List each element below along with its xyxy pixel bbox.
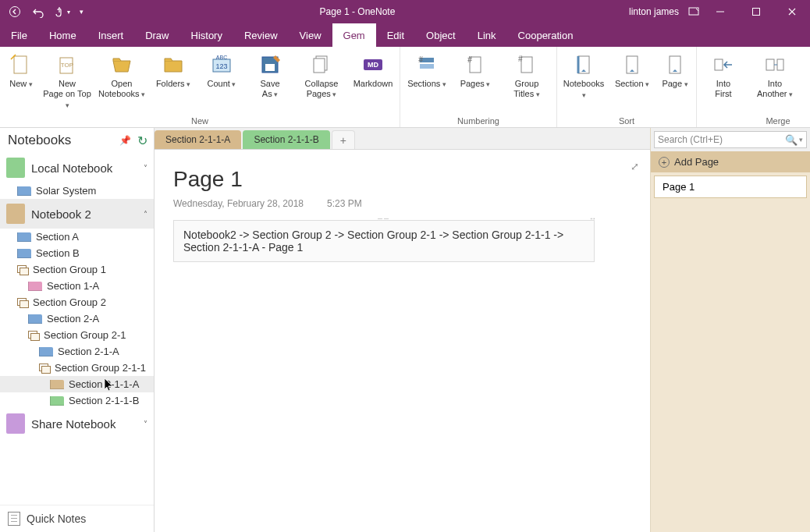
qat-customize-button[interactable]: ▾	[76, 3, 86, 20]
full-page-view-icon[interactable]: ⤢	[631, 161, 639, 172]
menu-history[interactable]: History	[180, 23, 233, 47]
search-input[interactable]: Search (Ctrl+E) 🔍 ▾	[654, 131, 807, 148]
menu-insert[interactable]: Insert	[87, 23, 135, 47]
add-page-label: Add Page	[674, 156, 719, 168]
section-section-2-1-1-a[interactable]: Section 2-1-1-A	[0, 376, 154, 392]
page-column: Section 2-1-1-ASection 2-1-1-B+ ⤢ Page 1…	[155, 128, 650, 532]
page-list-item[interactable]: Page 1	[654, 176, 807, 198]
page-icon	[663, 52, 687, 77]
note-container[interactable]: ┄┄ ↔ Notebook2 -> Section Group 2 -> Sec…	[173, 220, 595, 262]
search-dropdown-icon[interactable]: ▾	[799, 136, 803, 144]
new-icon	[9, 52, 34, 77]
ribbon-pages-button[interactable]: #Pages	[452, 49, 499, 99]
section-group-section-group-1[interactable]: Section Group 1	[0, 261, 154, 278]
section-section-2-1-1-b[interactable]: Section 2-1-1-B	[0, 392, 154, 409]
section-group-section-group-2-1-1[interactable]: Section Group 2-1-1	[0, 360, 154, 376]
ribbon-folders-button[interactable]: Folders	[150, 49, 197, 99]
touch-mode-button[interactable]: ▾	[53, 3, 70, 20]
close-button[interactable]	[774, 0, 810, 23]
back-button[interactable]	[6, 3, 23, 20]
menu-file[interactable]: File	[0, 23, 38, 47]
menu-link[interactable]: Link	[467, 23, 507, 47]
ribbon-section-button[interactable]: Section	[609, 49, 655, 99]
section-section-b[interactable]: Section B	[0, 245, 154, 261]
notebook-share-notebook[interactable]: Share Notebook˅	[0, 409, 154, 438]
user-name[interactable]: linton james	[629, 6, 685, 17]
ribbon-save-as-button[interactable]: SaveAs	[247, 49, 293, 100]
ribbon-button-label: Section	[615, 79, 649, 99]
quick-access-toolbar: ▾ ▾	[0, 3, 86, 20]
section-tab-section-2-1-1-b[interactable]: Section 2-1-1-B	[243, 130, 329, 149]
search-icon[interactable]: 🔍	[785, 134, 798, 146]
ribbon-split-heading1-button[interactable]: SplitHeading1	[803, 49, 810, 99]
ribbon-button-label: Folders	[156, 79, 190, 99]
notebook-local-notebook[interactable]: Local Notebook˅	[0, 153, 154, 183]
ribbon-display-options[interactable]	[685, 3, 702, 20]
section-tab-icon	[17, 249, 31, 258]
minimize-button[interactable]	[702, 0, 738, 23]
ribbon-group-label: Sort	[560, 115, 693, 127]
sync-icon[interactable]: ↻	[137, 133, 147, 148]
section-section-a[interactable]: Section A	[0, 229, 154, 245]
section-solar-system[interactable]: Solar System	[0, 183, 154, 199]
markdown-icon: MD	[361, 52, 385, 77]
page-title[interactable]: Page 1	[173, 164, 631, 195]
ribbon-open-notebooks-button[interactable]: OpenNotebooks	[95, 49, 148, 100]
note-text[interactable]: Notebook2 -> Section Group 2 -> Section …	[183, 229, 563, 254]
menu-cooperation[interactable]: Cooperation	[507, 23, 584, 47]
ribbon-count-button[interactable]: 123ABCCount	[198, 49, 245, 99]
ribbon-button-label: CollapsePages	[305, 79, 339, 100]
page-list-pane: Search (Ctrl+E) 🔍 ▾ + Add Page Page 1	[650, 128, 810, 532]
ribbon-notebooks-button[interactable]: Notebooks	[560, 49, 607, 101]
svg-text:ABC: ABC	[216, 55, 227, 60]
note-resize-icon[interactable]: ↔	[589, 215, 596, 222]
ribbon-sections-button[interactable]: #Sections	[403, 49, 450, 99]
ribbon-button-label: Pages	[460, 79, 491, 99]
section-group-icon	[39, 364, 50, 373]
page-time: 5:23 PM	[327, 198, 362, 209]
section-section-2-a[interactable]: Section 2-A	[0, 310, 154, 327]
ribbon-into-first-button[interactable]: IntoFirst	[700, 49, 747, 99]
section-group-section-group-2-1[interactable]: Section Group 2-1	[0, 327, 154, 343]
ribbon-group-sort: NotebooksSectionPageSort	[557, 47, 697, 127]
ribbon-markdown-button[interactable]: MDMarkdown	[350, 49, 396, 99]
menu-home[interactable]: Home	[38, 23, 87, 47]
menu-bar: FileHomeInsertDrawHistoryReviewViewGemEd…	[0, 23, 810, 47]
ribbon-group-titles-button[interactable]: #GroupTitles	[500, 49, 553, 100]
undo-button[interactable]	[30, 3, 47, 20]
svg-rect-28	[715, 59, 723, 70]
ribbon-new-button[interactable]: New	[3, 49, 39, 99]
section-section-1-a[interactable]: Section 1-A	[0, 278, 154, 294]
add-section-button[interactable]: +	[332, 130, 355, 149]
chevron-icon: ˅	[144, 420, 147, 428]
section-icon	[620, 52, 645, 77]
notebook-notebook-2[interactable]: Notebook 2˄	[0, 199, 154, 229]
pin-icon[interactable]: 📌	[119, 135, 131, 146]
page-body[interactable]: ⤢ Page 1 Wednesday, February 28, 2018 5:…	[155, 150, 650, 532]
menu-view[interactable]: View	[289, 23, 332, 47]
ribbon-page-button[interactable]: Page	[657, 49, 693, 99]
section-tab-section-2-1-1-a[interactable]: Section 2-1-1-A	[155, 130, 241, 149]
note-grip-icon[interactable]: ┄┄	[378, 215, 390, 223]
navigation-pane: Notebooks 📌 ↻ Local Notebook˅Solar Syste…	[0, 128, 155, 532]
menu-draw[interactable]: Draw	[134, 23, 179, 47]
quick-notes-button[interactable]: Quick Notes	[0, 505, 154, 532]
add-icon: +	[659, 157, 670, 168]
ribbon-new-page-on-top-button[interactable]: TOPNewPage on Top	[41, 49, 94, 111]
workspace: Notebooks 📌 ↻ Local Notebook˅Solar Syste…	[0, 128, 810, 532]
menu-gem[interactable]: Gem	[332, 23, 376, 47]
menu-review[interactable]: Review	[233, 23, 289, 47]
maximize-button[interactable]	[738, 0, 774, 23]
ribbon-button-label: NewPage on Top	[41, 79, 94, 111]
folders-icon	[161, 52, 186, 77]
menu-edit[interactable]: Edit	[376, 23, 415, 47]
section-group-section-group-2[interactable]: Section Group 2	[0, 294, 154, 310]
add-page-button[interactable]: + Add Page	[651, 151, 810, 172]
menu-object[interactable]: Object	[415, 23, 467, 47]
into-first-icon	[711, 52, 736, 77]
section-tab-icon	[28, 314, 42, 324]
ribbon-into-another-button[interactable]: IntoAnother	[748, 49, 801, 100]
section-section-2-1-a[interactable]: Section 2-1-A	[0, 343, 154, 360]
into-another-icon	[762, 52, 787, 77]
ribbon-collapse-pages-button[interactable]: CollapsePages	[295, 49, 348, 100]
